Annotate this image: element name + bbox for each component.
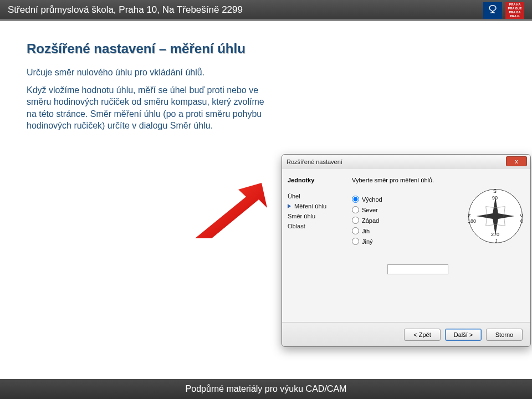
top-header-bar: Střední průmyslová škola, Praha 10, Na T… bbox=[0, 0, 532, 21]
paragraph-2: Když vložíme hodnotu úhlu, měří se úhel … bbox=[27, 84, 270, 132]
body-text: Určuje směr nulového úhlu pro vkládání ú… bbox=[27, 66, 270, 132]
slide-content: Rozšířené nastavení – měření úhlu Určuje… bbox=[0, 21, 532, 132]
compass-diagram: S 90 J 270 Z 180 V 0 bbox=[468, 189, 523, 243]
sidebar-item-area[interactable]: Oblast bbox=[288, 221, 343, 231]
dialog-title: Rozšířené nastavení bbox=[287, 158, 342, 165]
dialog-instruction: Vyberte směr pro měření úhlů. bbox=[352, 177, 524, 183]
header-logos: PRA HA PRA GUE PRA GA PRA G bbox=[483, 2, 524, 19]
cancel-button[interactable]: Storno bbox=[486, 329, 523, 341]
compass-180-label: 180 bbox=[468, 218, 476, 224]
dialog-button-bar: < Zpět Další > Storno bbox=[282, 322, 530, 346]
radio-north-input[interactable] bbox=[352, 206, 359, 213]
sidebar-header: Jednotky bbox=[288, 177, 343, 183]
close-icon: x bbox=[515, 158, 518, 165]
svg-marker-1 bbox=[477, 197, 515, 236]
next-button[interactable]: Další > bbox=[445, 329, 482, 341]
compass-east-label: V bbox=[520, 213, 523, 218]
radio-west-input[interactable] bbox=[352, 217, 359, 224]
footer-text: Podpůrné materiály pro výuku CAD/CAM bbox=[186, 384, 347, 394]
paragraph-1: Určuje směr nulového úhlu pro vkládání ú… bbox=[27, 66, 270, 79]
sidebar-item-angle[interactable]: Úhel bbox=[288, 191, 343, 201]
radio-east-input[interactable] bbox=[352, 196, 359, 203]
sps-logo bbox=[483, 2, 502, 19]
sidebar-item-angle-direction[interactable]: Směr úhlu bbox=[288, 211, 343, 221]
back-button[interactable]: < Zpět bbox=[404, 329, 441, 341]
footer-bar: Podpůrné materiály pro výuku CAD/CAM bbox=[0, 379, 532, 399]
compass-north-label: S bbox=[493, 188, 497, 194]
sidebar-item-angle-measure[interactable]: Měření úhlu bbox=[288, 201, 343, 211]
close-button[interactable]: x bbox=[506, 156, 527, 166]
compass-0-label: 0 bbox=[520, 218, 523, 224]
radio-other-input[interactable] bbox=[352, 238, 359, 245]
angle-value-input[interactable] bbox=[387, 264, 448, 274]
dialog-body: Jednotky Úhel Měření úhlu Směr úhlu Obla… bbox=[282, 169, 530, 322]
school-name: Střední průmyslová škola, Praha 10, Na T… bbox=[8, 4, 243, 16]
page-title: Rozšířené nastavení – měření úhlu bbox=[27, 41, 505, 57]
compass-west-label: Z bbox=[468, 213, 471, 218]
radio-south-input[interactable] bbox=[352, 227, 359, 234]
prague-logo: PRA HA PRA GUE PRA GA PRA G bbox=[505, 2, 524, 19]
dialog-titlebar: Rozšířené nastavení x bbox=[282, 155, 530, 169]
red-arrow-annotation bbox=[195, 183, 267, 238]
dialog-sidebar: Jednotky Úhel Měření úhlu Směr úhlu Obla… bbox=[282, 169, 349, 322]
dialog-main: Vyberte směr pro měření úhlů. Východ Sev… bbox=[349, 169, 530, 322]
compass-270-label: 270 bbox=[491, 232, 499, 237]
svg-marker-0 bbox=[195, 183, 267, 238]
extended-settings-dialog: Rozšířené nastavení x Jednotky Úhel Měře… bbox=[282, 154, 531, 347]
compass-90-label: 90 bbox=[492, 195, 498, 201]
compass-south-label: J bbox=[495, 238, 498, 244]
